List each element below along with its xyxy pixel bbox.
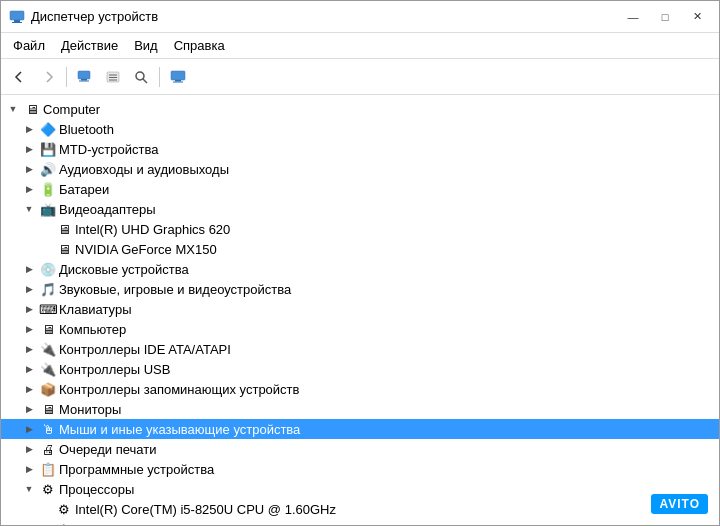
tree-item-gpu2[interactable]: 🖥NVIDIA GeForce MX150 bbox=[1, 239, 719, 259]
toolbar-back-button[interactable] bbox=[7, 64, 33, 90]
expand-btn-display[interactable]: ▼ bbox=[21, 201, 37, 217]
item-label-storage: Контроллеры запоминающих устройств bbox=[59, 382, 299, 397]
tree-item-display[interactable]: ▼📺Видеоадаптеры bbox=[1, 199, 719, 219]
item-icon-processors: ⚙ bbox=[40, 481, 56, 497]
menu-item-справка[interactable]: Справка bbox=[166, 35, 233, 56]
item-label-diskdrives: Дисковые устройства bbox=[59, 262, 189, 277]
svg-rect-2 bbox=[12, 22, 22, 23]
item-icon-ide: 🔌 bbox=[40, 341, 56, 357]
avito-badge: AVITO bbox=[651, 494, 708, 514]
item-icon-mtd: 💾 bbox=[40, 141, 56, 157]
svg-rect-5 bbox=[79, 80, 89, 81]
item-label-audio: Аудиовходы и аудиовыходы bbox=[59, 162, 229, 177]
back-icon bbox=[13, 70, 27, 84]
item-icon-keyboard: ⌨ bbox=[40, 301, 56, 317]
tree-item-gpu1[interactable]: 🖥Intel(R) UHD Graphics 620 bbox=[1, 219, 719, 239]
tree-item-ide[interactable]: ▶🔌Контроллеры IDE ATA/ATAPI bbox=[1, 339, 719, 359]
item-label-gpu2: NVIDIA GeForce MX150 bbox=[75, 242, 217, 257]
expand-btn-keyboard[interactable]: ▶ bbox=[21, 301, 37, 317]
item-label-gpu1: Intel(R) UHD Graphics 620 bbox=[75, 222, 230, 237]
expand-btn-mice[interactable]: ▶ bbox=[21, 421, 37, 437]
tree-item-sound[interactable]: ▶🎵Звуковые, игровые и видеоустройства bbox=[1, 279, 719, 299]
svg-rect-14 bbox=[173, 81, 183, 82]
expand-btn-monitors[interactable]: ▶ bbox=[21, 401, 37, 417]
item-icon-computer: 🖥 bbox=[24, 101, 40, 117]
expand-btn-battery[interactable]: ▶ bbox=[21, 181, 37, 197]
item-icon-mice: 🖱 bbox=[40, 421, 56, 437]
tree-item-diskdrives[interactable]: ▶💿Дисковые устройства bbox=[1, 259, 719, 279]
toolbar-list-button[interactable] bbox=[100, 64, 126, 90]
item-label-mtd: MTD-устройства bbox=[59, 142, 158, 157]
tree-item-audio[interactable]: ▶🔊Аудиовходы и аудиовыходы bbox=[1, 159, 719, 179]
toolbar-computer-button[interactable] bbox=[72, 64, 98, 90]
expand-btn-audio[interactable]: ▶ bbox=[21, 161, 37, 177]
device-tree[interactable]: ▼🖥Computer▶🔷Bluetooth▶💾MTD-устройства▶🔊А… bbox=[1, 95, 719, 525]
content-area: ▼🖥Computer▶🔷Bluetooth▶💾MTD-устройства▶🔊А… bbox=[1, 95, 719, 525]
item-label-usb: Контроллеры USB bbox=[59, 362, 170, 377]
svg-rect-0 bbox=[10, 11, 24, 20]
menu-item-вид[interactable]: Вид bbox=[126, 35, 166, 56]
expand-btn-bluetooth[interactable]: ▶ bbox=[21, 121, 37, 137]
item-icon-print: 🖨 bbox=[40, 441, 56, 457]
menu-item-файл[interactable]: Файл bbox=[5, 35, 53, 56]
expand-btn-gpu1 bbox=[37, 221, 53, 237]
item-label-sound: Звуковые, игровые и видеоустройства bbox=[59, 282, 291, 297]
tree-item-print[interactable]: ▶🖨Очереди печати bbox=[1, 439, 719, 459]
expand-btn-diskdrives[interactable]: ▶ bbox=[21, 261, 37, 277]
expand-btn-usb[interactable]: ▶ bbox=[21, 361, 37, 377]
menu-item-действие[interactable]: Действие bbox=[53, 35, 126, 56]
tree-item-processors[interactable]: ▼⚙Процессоры bbox=[1, 479, 719, 499]
expand-btn-storage[interactable]: ▶ bbox=[21, 381, 37, 397]
item-label-print: Очереди печати bbox=[59, 442, 157, 457]
expand-btn-computer2[interactable]: ▶ bbox=[21, 321, 37, 337]
tree-item-battery[interactable]: ▶🔋Батареи bbox=[1, 179, 719, 199]
tree-item-usb[interactable]: ▶🔌Контроллеры USB bbox=[1, 359, 719, 379]
expand-btn-sound[interactable]: ▶ bbox=[21, 281, 37, 297]
expand-btn-computer[interactable]: ▼ bbox=[5, 101, 21, 117]
item-label-processors: Процессоры bbox=[59, 482, 134, 497]
item-icon-display: 📺 bbox=[40, 201, 56, 217]
item-icon-diskdrives: 💿 bbox=[40, 261, 56, 277]
item-label-monitors: Мониторы bbox=[59, 402, 121, 417]
tree-item-software[interactable]: ▶📋Программные устройства bbox=[1, 459, 719, 479]
item-label-software: Программные устройства bbox=[59, 462, 214, 477]
computer-icon bbox=[77, 70, 93, 84]
device-manager-window: Диспетчер устройств — □ ✕ ФайлДействиеВи… bbox=[0, 0, 720, 526]
item-icon-storage: 📦 bbox=[40, 381, 56, 397]
item-icon-computer2: 🖥 bbox=[40, 321, 56, 337]
tree-item-cpu1[interactable]: ⚙Intel(R) Core(TM) i5-8250U CPU @ 1.60GH… bbox=[1, 499, 719, 519]
tree-item-monitors[interactable]: ▶🖥Мониторы bbox=[1, 399, 719, 419]
item-icon-cpu2: ⚙ bbox=[56, 521, 72, 525]
svg-rect-13 bbox=[175, 80, 181, 82]
item-label-computer2: Компьютер bbox=[59, 322, 126, 337]
toolbar-search-button[interactable] bbox=[128, 64, 154, 90]
item-icon-cpu1: ⚙ bbox=[56, 501, 72, 517]
expand-btn-ide[interactable]: ▶ bbox=[21, 341, 37, 357]
tree-item-computer2[interactable]: ▶🖥Компьютер bbox=[1, 319, 719, 339]
item-label-keyboard: Клавиатуры bbox=[59, 302, 132, 317]
expand-btn-cpu2 bbox=[37, 521, 53, 525]
tree-item-mtd[interactable]: ▶💾MTD-устройства bbox=[1, 139, 719, 159]
expand-btn-gpu2 bbox=[37, 241, 53, 257]
svg-rect-3 bbox=[78, 71, 90, 79]
tree-item-mice[interactable]: ▶🖱Мыши и иные указывающие устройства bbox=[1, 419, 719, 439]
tree-item-computer[interactable]: ▼🖥Computer bbox=[1, 99, 719, 119]
close-button[interactable]: ✕ bbox=[683, 7, 711, 27]
maximize-button[interactable]: □ bbox=[651, 7, 679, 27]
toolbar-separator-1 bbox=[66, 67, 67, 87]
expand-btn-print[interactable]: ▶ bbox=[21, 441, 37, 457]
toolbar-display-button[interactable] bbox=[165, 64, 191, 90]
item-icon-usb: 🔌 bbox=[40, 361, 56, 377]
tree-item-storage[interactable]: ▶📦Контроллеры запоминающих устройств bbox=[1, 379, 719, 399]
toolbar-forward-button[interactable] bbox=[35, 64, 61, 90]
tree-item-cpu2[interactable]: ⚙Intel(R) Core(TM) i5-8250U CPU @ 1.60GH… bbox=[1, 519, 719, 525]
tree-item-bluetooth[interactable]: ▶🔷Bluetooth bbox=[1, 119, 719, 139]
forward-icon bbox=[41, 70, 55, 84]
list-icon bbox=[106, 70, 120, 84]
expand-btn-mtd[interactable]: ▶ bbox=[21, 141, 37, 157]
minimize-button[interactable]: — bbox=[619, 7, 647, 27]
expand-btn-processors[interactable]: ▼ bbox=[21, 481, 37, 497]
expand-btn-software[interactable]: ▶ bbox=[21, 461, 37, 477]
item-label-display: Видеоадаптеры bbox=[59, 202, 156, 217]
tree-item-keyboard[interactable]: ▶⌨Клавиатуры bbox=[1, 299, 719, 319]
